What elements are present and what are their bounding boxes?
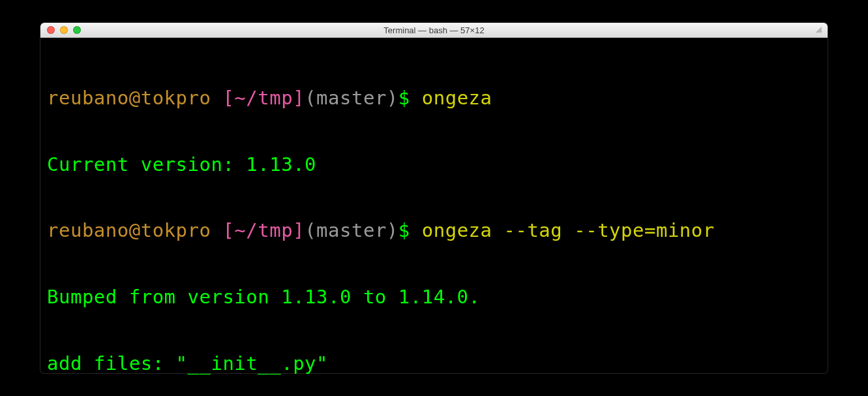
output-line: Current version: 1.13.0 — [47, 154, 821, 176]
prompt-path: [~/tmp] — [222, 219, 305, 241]
output-line: add files: "__init__.py" — [47, 353, 821, 375]
prompt-dollar: $ — [398, 87, 410, 109]
close-icon[interactable] — [47, 26, 55, 34]
window-title: Terminal — bash — 57×12 — [40, 25, 828, 35]
zoom-icon[interactable] — [73, 26, 81, 34]
prompt-userhost: reubano@tokpro — [47, 87, 211, 109]
terminal-body[interactable]: reubano@tokpro [~/tmp](master)$ ongeza C… — [40, 38, 828, 396]
terminal-window: Terminal — bash — 57×12 reubano@tokpro [… — [40, 23, 828, 373]
traffic-lights — [40, 26, 81, 34]
output-line: Bumped from version 1.13.0 to 1.14.0. — [47, 286, 821, 309]
command-text: ongeza --tag --type=minor — [422, 219, 715, 241]
prompt-branch: (master) — [305, 219, 398, 241]
minimize-icon[interactable] — [60, 26, 68, 34]
prompt-dollar: $ — [398, 219, 410, 241]
prompt-line: reubano@tokpro [~/tmp](master)$ ongeza -… — [47, 220, 821, 242]
command-text: ongeza — [422, 87, 492, 109]
prompt-branch: (master) — [305, 87, 398, 109]
prompt-line: reubano@tokpro [~/tmp](master)$ ongeza — [47, 87, 821, 110]
resize-icon[interactable] — [815, 25, 824, 35]
prompt-userhost: reubano@tokpro — [47, 219, 211, 241]
prompt-path: [~/tmp] — [222, 87, 305, 109]
titlebar[interactable]: Terminal — bash — 57×12 — [40, 23, 828, 38]
